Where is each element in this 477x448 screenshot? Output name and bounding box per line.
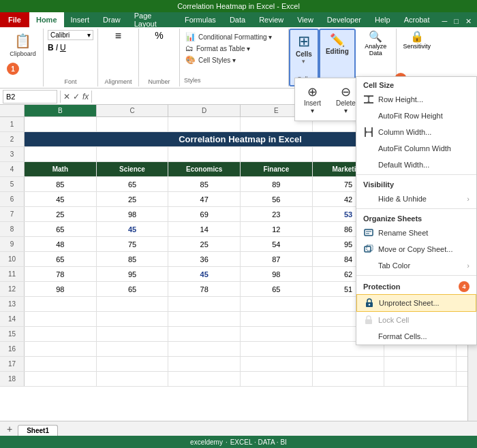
name-box[interactable] xyxy=(3,90,57,103)
add-sheet-btn[interactable]: + xyxy=(3,422,16,436)
clipboard-btn[interactable]: 📋 Clipboard xyxy=(7,30,39,59)
sheet-tab-sheet1[interactable]: Sheet1 xyxy=(18,425,58,436)
tab-data[interactable]: Data xyxy=(223,12,252,27)
cell-B14[interactable] xyxy=(25,312,97,326)
cell-C8[interactable]: 45 xyxy=(97,222,169,236)
cell-C14[interactable] xyxy=(97,312,169,326)
cell-B4[interactable]: Math xyxy=(25,162,97,176)
cell-G18[interactable] xyxy=(384,372,457,386)
cell-E10[interactable]: 87 xyxy=(241,252,313,266)
cell-B18[interactable] xyxy=(25,372,97,386)
cell-D12[interactable]: 78 xyxy=(168,282,241,296)
cell-D3[interactable] xyxy=(168,147,241,161)
cell-E3[interactable] xyxy=(241,147,313,161)
tab-help[interactable]: Help xyxy=(368,12,397,27)
cell-E18[interactable] xyxy=(241,372,313,386)
cell-D8[interactable]: 14 xyxy=(168,222,241,236)
cell-E4[interactable]: Finance xyxy=(241,162,313,176)
autofit-column-width-btn[interactable]: AutoFit Column Width xyxy=(356,140,476,157)
cell-E16[interactable] xyxy=(241,342,313,356)
cell-C18[interactable] xyxy=(97,372,169,386)
tab-draw[interactable]: Draw xyxy=(96,12,127,27)
formula-insert-fn-icon[interactable]: fx xyxy=(82,92,89,101)
cell-C10[interactable]: 85 xyxy=(97,252,169,266)
cell-D7[interactable]: 69 xyxy=(168,207,241,221)
tab-pagelayout[interactable]: Page Layout xyxy=(127,12,178,27)
cell-C1[interactable] xyxy=(97,117,169,131)
col-header-B[interactable]: B xyxy=(25,105,97,116)
minimize-icon[interactable]: ─ xyxy=(440,17,450,26)
cell-B11[interactable]: 78 xyxy=(25,267,97,281)
font-selector[interactable]: Calibri ▾ xyxy=(48,30,93,40)
cell-D13[interactable] xyxy=(168,297,241,311)
cell-E8[interactable]: 12 xyxy=(241,222,313,236)
cell-D6[interactable]: 47 xyxy=(168,192,241,206)
default-width-btn[interactable]: Default Width... xyxy=(356,157,476,173)
row-height-btn[interactable]: Row Height... xyxy=(356,91,476,108)
cell-D15[interactable] xyxy=(168,327,241,341)
lock-cell-btn[interactable]: Lock Cell xyxy=(356,312,476,328)
cell-C17[interactable] xyxy=(97,357,169,371)
cell-E6[interactable]: 56 xyxy=(241,192,313,206)
cell-C3[interactable] xyxy=(97,147,169,161)
cell-F17[interactable] xyxy=(313,357,385,371)
tab-home[interactable]: Home xyxy=(29,12,64,27)
cell-B10[interactable]: 65 xyxy=(25,252,97,266)
cell-E5[interactable]: 89 xyxy=(241,177,313,191)
cell-B15[interactable] xyxy=(25,327,97,341)
tab-color-btn[interactable]: Tab Color › xyxy=(356,257,476,274)
cell-C4[interactable]: Science xyxy=(97,162,169,176)
formula-cancel-icon[interactable]: ✕ xyxy=(63,92,70,101)
cell-B13[interactable] xyxy=(25,297,97,311)
cell-C16[interactable] xyxy=(97,342,169,356)
cell-B5[interactable]: 85 xyxy=(25,177,97,191)
cell-C6[interactable]: 25 xyxy=(97,192,169,206)
autofit-row-height-btn[interactable]: AutoFit Row Height xyxy=(356,108,476,124)
conditional-formatting-btn[interactable]: 📊 Conditional Formatting ▾ xyxy=(184,31,284,42)
cell-D17[interactable] xyxy=(168,357,241,371)
formula-confirm-icon[interactable]: ✓ xyxy=(73,92,80,101)
bold-btn[interactable]: B xyxy=(48,43,54,52)
cell-C9[interactable]: 75 xyxy=(97,237,169,251)
cell-G17[interactable] xyxy=(384,357,457,371)
unprotect-sheet-btn[interactable]: Unprotect Sheet... xyxy=(356,294,476,312)
tab-acrobat[interactable]: Acrobat xyxy=(397,12,437,27)
cell-B6[interactable]: 45 xyxy=(25,192,97,206)
cell-B8[interactable]: 65 xyxy=(25,222,97,236)
tab-review[interactable]: Review xyxy=(252,12,290,27)
cell-E14[interactable] xyxy=(241,312,313,326)
cell-B7[interactable]: 25 xyxy=(25,207,97,221)
cell-C13[interactable] xyxy=(97,297,169,311)
cell-D1[interactable] xyxy=(168,117,241,131)
tab-formulas[interactable]: Formulas xyxy=(178,12,223,27)
cell-E7[interactable]: 23 xyxy=(241,207,313,221)
move-copy-sheet-btn[interactable]: Move or Copy Sheet... xyxy=(356,241,476,257)
cell-E15[interactable] xyxy=(241,327,313,341)
cell-B9[interactable]: 48 xyxy=(25,237,97,251)
cell-F18[interactable] xyxy=(313,372,385,386)
cell-D4[interactable]: Economics xyxy=(168,162,241,176)
hide-unhide-btn[interactable]: Hide & Unhide › xyxy=(356,191,476,207)
cell-D16[interactable] xyxy=(168,342,241,356)
italic-btn[interactable]: I xyxy=(56,43,58,52)
tab-developer[interactable]: Developer xyxy=(320,12,368,27)
cell-D18[interactable] xyxy=(168,372,241,386)
cell-D5[interactable]: 85 xyxy=(168,177,241,191)
cell-C5[interactable]: 65 xyxy=(97,177,169,191)
cell-B12[interactable]: 98 xyxy=(25,282,97,296)
cell-C7[interactable]: 98 xyxy=(97,207,169,221)
cell-styles-btn[interactable]: 🎨 Cell Styles ▾ xyxy=(184,54,284,65)
cell-E12[interactable]: 65 xyxy=(241,282,313,296)
format-as-table-btn[interactable]: 🗂 Format as Table ▾ xyxy=(184,43,284,54)
column-width-btn[interactable]: Column Width... xyxy=(356,124,476,140)
cell-D14[interactable] xyxy=(168,312,241,326)
cell-D10[interactable]: 36 xyxy=(168,252,241,266)
col-header-D[interactable]: D xyxy=(168,105,241,116)
cell-D9[interactable]: 25 xyxy=(168,237,241,251)
cell-E13[interactable] xyxy=(241,297,313,311)
cell-B1[interactable] xyxy=(25,117,97,131)
format-cells-dropdown-btn[interactable]: Format Cells... xyxy=(356,328,476,345)
col-header-C[interactable]: C xyxy=(97,105,169,116)
tab-file[interactable]: File xyxy=(0,12,29,27)
cell-B3[interactable] xyxy=(25,147,97,161)
